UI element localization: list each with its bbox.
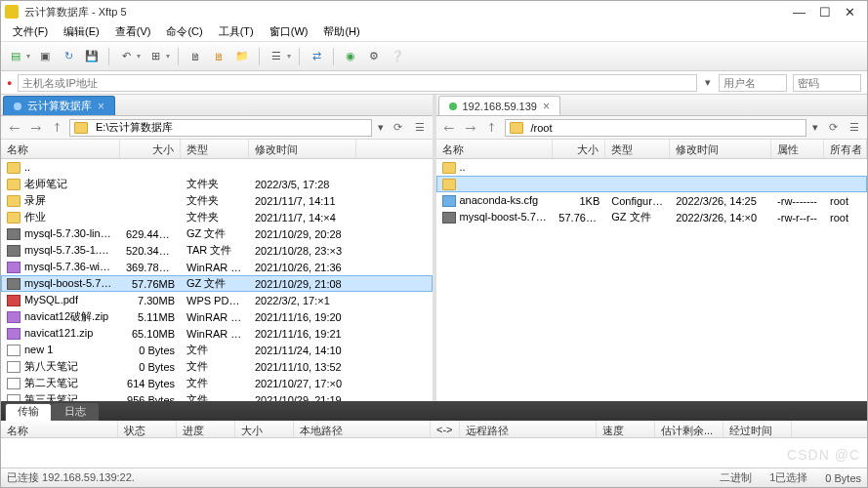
- local-list[interactable]: ..老师笔记文件夹2022/3/5, 17:28录屏文件夹2021/11/7, …: [1, 159, 433, 401]
- back-icon[interactable]: 🡐: [5, 119, 22, 137]
- column-header[interactable]: 名称: [1, 421, 118, 437]
- host-dropdown-icon[interactable]: ▾: [703, 76, 713, 89]
- new-session-icon[interactable]: ▤: [7, 48, 24, 65]
- column-header[interactable]: 估计剩余...: [655, 421, 723, 437]
- column-header[interactable]: 远程路径: [460, 421, 597, 437]
- file-row[interactable]: MySQL.pdf7.30MBWPS PDF ...2022/3/2, 17:×…: [1, 292, 433, 308]
- column-header[interactable]: 所有者: [824, 140, 867, 158]
- back-icon[interactable]: ↶: [117, 48, 135, 65]
- up-icon[interactable]: 🡑: [483, 119, 501, 137]
- menu-item[interactable]: 命令(C): [160, 22, 208, 41]
- bottom-tab[interactable]: 日志: [52, 403, 99, 421]
- bottom-tab[interactable]: 传输: [5, 403, 52, 421]
- host-input[interactable]: [18, 74, 697, 92]
- minimize-button[interactable]: —: [793, 5, 806, 20]
- local-path-input[interactable]: E:\云计算数据库: [69, 119, 372, 137]
- column-header[interactable]: 大小: [120, 140, 181, 158]
- menu-item[interactable]: 工具(T): [213, 22, 260, 41]
- menu-item[interactable]: 编辑(E): [58, 22, 105, 41]
- column-header[interactable]: 类型: [605, 140, 670, 158]
- save-icon[interactable]: 💾: [83, 48, 101, 65]
- file-row[interactable]: ..: [1, 159, 433, 176]
- path-dropdown-icon[interactable]: ▾: [376, 121, 386, 134]
- remote-list[interactable]: ..anaconda-ks.cfg1KBConfigura...2022/3/2…: [436, 159, 868, 401]
- reconnect-icon[interactable]: ↻: [60, 48, 77, 65]
- doc2-icon[interactable]: 🗎: [210, 48, 227, 65]
- column-header[interactable]: 大小: [235, 421, 294, 437]
- file-row[interactable]: mysql-5.7.36-winx6...369.78MBWinRAR Z...…: [1, 259, 433, 275]
- column-header[interactable]: 大小: [553, 140, 605, 158]
- remote-tab[interactable]: 192.168.59.139 ×: [438, 96, 560, 115]
- column-header[interactable]: 经过时间: [723, 421, 792, 437]
- close-icon[interactable]: ×: [543, 100, 550, 113]
- menu-item[interactable]: 查看(V): [109, 22, 157, 41]
- username-input[interactable]: [719, 74, 787, 92]
- refresh-icon[interactable]: ⟳: [390, 119, 407, 137]
- refresh-icon[interactable]: ⟳: [824, 119, 842, 137]
- forward-icon[interactable]: ⊞: [146, 48, 164, 65]
- help-icon[interactable]: ❔: [389, 48, 406, 65]
- column-header[interactable]: <->: [431, 421, 460, 437]
- column-header[interactable]: 速度: [597, 421, 655, 437]
- column-header[interactable]: 修改时间: [670, 140, 771, 158]
- file-row[interactable]: 第三天笔记956 Bytes文件2021/10/29, 21:19: [1, 391, 433, 401]
- fwd-icon[interactable]: 🡒: [26, 119, 44, 137]
- local-tab[interactable]: 云计算数据库 ×: [3, 96, 115, 115]
- remote-path-input[interactable]: /root: [505, 119, 807, 137]
- folder-icon: [74, 122, 88, 134]
- path-dropdown-icon[interactable]: ▾: [810, 121, 820, 134]
- cell: 第八天笔记: [1, 358, 120, 375]
- cell: 2022/3/26, 14:×0: [670, 211, 771, 224]
- status-mode: 二进制: [720, 470, 752, 485]
- maximize-button[interactable]: ☐: [819, 5, 831, 20]
- column-header[interactable]: 名称: [436, 140, 554, 158]
- file-row[interactable]: 第二天笔记614 Bytes文件2021/10/27, 17:×0: [1, 375, 433, 391]
- folder-icon: [510, 122, 523, 134]
- cell: WinRAR Z...: [181, 261, 249, 274]
- file-row[interactable]: [436, 176, 868, 192]
- file-row[interactable]: anaconda-ks.cfg1KBConfigura...2022/3/26,…: [436, 192, 868, 209]
- file-row[interactable]: 第八天笔记0 Bytes文件2021/11/10, 13:52: [1, 358, 433, 375]
- column-header[interactable]: 类型: [181, 140, 249, 158]
- column-header[interactable]: 本地路径: [294, 421, 431, 437]
- file-row[interactable]: 录屏文件夹2021/11/7, 14:11: [1, 192, 433, 209]
- column-header[interactable]: 名称: [1, 140, 120, 158]
- file-row[interactable]: 作业文件夹2021/11/7, 14:×4: [1, 209, 433, 225]
- close-button[interactable]: ✕: [845, 5, 855, 20]
- close-icon[interactable]: ×: [98, 100, 104, 113]
- doc-icon[interactable]: 🗎: [186, 48, 204, 65]
- list-icon[interactable]: ☰: [411, 119, 429, 137]
- file-row[interactable]: mysql-5.7.35-1.el7.x...520.34MBTAR 文件202…: [1, 242, 433, 259]
- file-row[interactable]: mysql-5.7.30-linux-...629.44MBGZ 文件2021/…: [1, 225, 433, 242]
- cell: [249, 167, 356, 169]
- cell: 2021/11/16, 19:21: [249, 327, 356, 341]
- back-icon[interactable]: 🡐: [440, 119, 458, 137]
- column-header[interactable]: 状态: [118, 421, 177, 437]
- settings-icon[interactable]: ⚙: [365, 48, 383, 65]
- cell: mysql-5.7.36-winx6...: [1, 260, 120, 274]
- column-header[interactable]: 修改时间: [249, 140, 356, 158]
- column-header[interactable]: 进度: [177, 421, 235, 437]
- column-header[interactable]: 属性: [771, 140, 824, 158]
- up-icon[interactable]: 🡑: [48, 119, 65, 137]
- file-row[interactable]: 老师笔记文件夹2022/3/5, 17:28: [1, 176, 433, 192]
- view-icon[interactable]: ☰: [268, 48, 285, 65]
- file-row[interactable]: new 10 Bytes文件2021/11/24, 14:10: [1, 342, 433, 358]
- doc-icon: [7, 361, 21, 373]
- folder-icon[interactable]: 📁: [233, 48, 251, 65]
- menu-item[interactable]: 文件(F): [7, 22, 54, 41]
- open-icon[interactable]: ▣: [36, 48, 54, 65]
- remote-tabs: 192.168.59.139 ×: [436, 95, 868, 116]
- fwd-icon[interactable]: 🡒: [462, 119, 479, 137]
- password-input[interactable]: [793, 74, 861, 92]
- list-icon[interactable]: ☰: [846, 119, 863, 137]
- file-row[interactable]: mysql-boost-5.7.14...57.76MBGZ 文件2021/10…: [1, 275, 433, 292]
- file-row[interactable]: navicat12破解.zip5.11MBWinRAR Z...2021/11/…: [1, 308, 433, 325]
- menu-item[interactable]: 帮助(H): [317, 22, 365, 41]
- file-row[interactable]: ..: [436, 159, 868, 176]
- transfer-icon[interactable]: ⇄: [308, 48, 325, 65]
- menu-item[interactable]: 窗口(W): [264, 22, 314, 41]
- file-row[interactable]: mysql-boost-5.7.14...57.76MBGZ 文件2022/3/…: [436, 209, 868, 225]
- sync-icon[interactable]: ◉: [342, 48, 359, 65]
- file-row[interactable]: navicat121.zip65.10MBWinRAR Z...2021/11/…: [1, 325, 433, 342]
